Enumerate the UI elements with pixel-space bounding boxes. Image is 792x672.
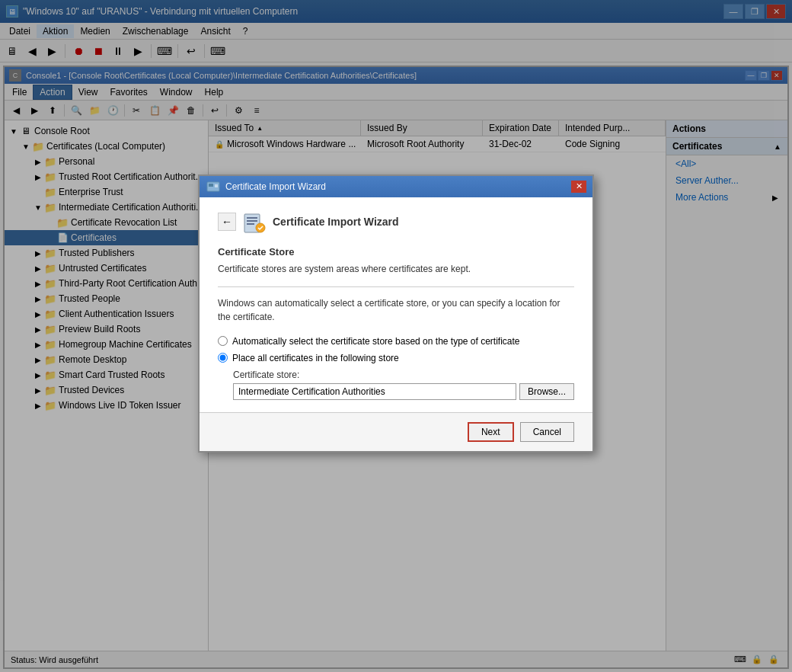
modal-overlay: Certificate Import Wizard ✕ ←: [0, 0, 792, 672]
svg-rect-3: [247, 217, 257, 219]
modal-section-desc: Certificate stores are system areas wher…: [218, 264, 574, 274]
cert-store-label: Certificate store:: [233, 370, 574, 380]
radio-place-input[interactable]: [218, 353, 228, 363]
radio-auto-input[interactable]: [218, 336, 228, 346]
certificate-import-wizard: Certificate Import Wizard ✕ ←: [198, 174, 594, 453]
cert-store-section: Certificate store: Browse...: [233, 370, 574, 400]
wizard-cert-icon: [242, 210, 267, 234]
modal-nav: ← Certificate Import Wizard: [218, 210, 574, 234]
radio-place-all[interactable]: Place all certificates in the following …: [218, 353, 574, 363]
modal-info-text: Windows can automatically select a certi…: [218, 296, 574, 324]
modal-back-btn[interactable]: ←: [218, 213, 236, 231]
modal-next-btn[interactable]: Next: [468, 422, 514, 442]
svg-rect-1: [209, 184, 213, 187]
svg-rect-4: [247, 220, 257, 222]
wizard-icon: [206, 179, 221, 194]
modal-divider: [218, 286, 574, 287]
modal-body: ← Certificate Import Wizard: [200, 197, 592, 412]
modal-footer: Next Cancel: [200, 412, 592, 451]
radio-place-label: Place all certificates in the following …: [232, 353, 399, 363]
cert-store-row: Browse...: [233, 383, 574, 400]
modal-cancel-btn[interactable]: Cancel: [520, 422, 574, 442]
svg-rect-5: [247, 223, 254, 225]
modal-wizard-title: Certificate Import Wizard: [273, 216, 399, 228]
browse-btn[interactable]: Browse...: [519, 383, 574, 400]
cert-store-input[interactable]: [233, 383, 516, 400]
modal-section-title: Certificate Store: [218, 246, 574, 258]
modal-header-row: Certificate Import Wizard: [242, 210, 399, 234]
radio-auto-label: Automatically select the certificate sto…: [232, 336, 520, 347]
modal-title-bar: Certificate Import Wizard ✕: [200, 176, 592, 197]
radio-auto-select[interactable]: Automatically select the certificate sto…: [218, 336, 574, 347]
modal-close-btn[interactable]: ✕: [571, 181, 586, 193]
modal-title-text: Certificate Import Wizard: [225, 181, 571, 192]
